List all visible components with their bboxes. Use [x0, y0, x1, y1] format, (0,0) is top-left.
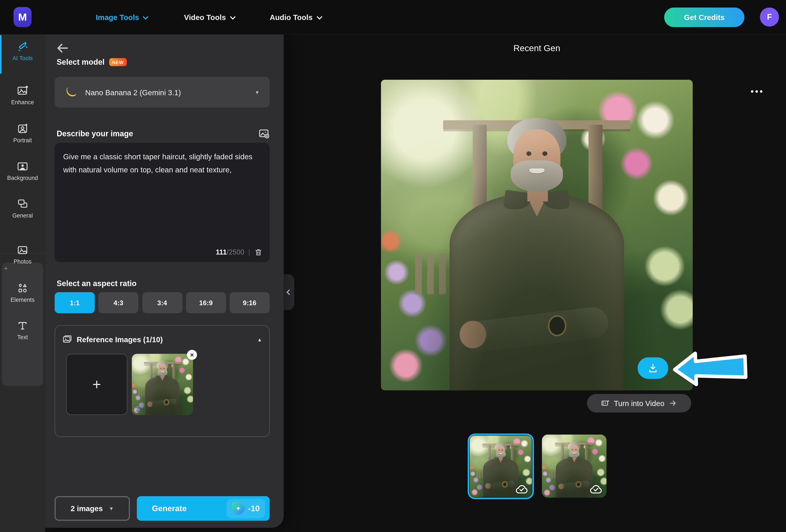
collapse-panel-handle[interactable]: [284, 274, 294, 310]
add-reference-image-button[interactable]: +: [66, 354, 127, 415]
turn-into-video-label: Turn into Video: [614, 399, 664, 408]
chevron-left-icon: [286, 289, 292, 295]
nav-audio-tools-label: Audio Tools: [270, 13, 313, 22]
sparkle-glyph: ✦: [236, 505, 241, 512]
aspect-option-3-4[interactable]: 3:4: [142, 292, 182, 313]
background-icon: [17, 160, 29, 172]
layers-icon: [17, 198, 29, 210]
model-select-dropdown[interactable]: Nano Banana 2 (Gemini 3.1) ▼: [54, 77, 270, 108]
caret-down-icon: ▼: [255, 89, 260, 95]
nav-image-tools[interactable]: Image Tools: [96, 0, 147, 34]
image-count-dropdown[interactable]: 2 images ▼: [54, 496, 130, 521]
get-credits-button[interactable]: Get Credits: [664, 7, 744, 27]
man-figure: [381, 80, 693, 391]
nav-image-tools-label: Image Tools: [96, 13, 139, 22]
sidebar-label: AI Tools: [12, 55, 33, 61]
generation-thumbnail-selected[interactable]: [468, 434, 534, 499]
sidebar-label: Portrait: [13, 137, 32, 143]
banana-icon: [65, 86, 78, 99]
reference-images-header: Reference Images (1/10) ▲: [62, 334, 262, 344]
tool-rail: AI Tools Enhance: [0, 34, 45, 532]
sidebar-label: Text: [17, 334, 28, 340]
generate-button[interactable]: Generate ✦ -10: [137, 496, 270, 521]
chevron-down-icon: [143, 14, 148, 19]
logo-letter: M: [18, 11, 27, 23]
aspect-option-4-3[interactable]: 4:3: [98, 292, 139, 313]
reference-images-icon: [62, 334, 72, 344]
aspect-ratio-label: Select an aspect ratio: [56, 279, 137, 288]
sidebar-item-text[interactable]: Text: [0, 320, 45, 341]
back-button[interactable]: [55, 41, 70, 56]
char-counter: 111/2500 |: [216, 248, 263, 257]
magic-wand-icon: [17, 41, 29, 53]
char-count: 111: [216, 248, 227, 256]
plus-icon: +: [92, 376, 101, 393]
select-model-label: Select model: [56, 57, 105, 67]
reference-image-number: 1: [136, 404, 140, 413]
sidebar-item-photos[interactable]: Photos: [0, 244, 45, 264]
select-model-row: Select model NEW: [56, 57, 126, 67]
aspect-option-1-1[interactable]: 1:1: [54, 292, 95, 313]
sidebar-item-ai-tools[interactable]: AI Tools: [0, 41, 45, 61]
generated-image-large[interactable]: [381, 80, 693, 391]
collapse-section-icon[interactable]: ▲: [257, 337, 262, 342]
sidebar-label: Background: [7, 175, 38, 181]
shapes-icon: [17, 282, 29, 294]
char-limit: /2500: [227, 248, 245, 256]
reference-image-thumbnail[interactable]: 1 ✕: [132, 354, 193, 415]
caret-down-icon: ▼: [109, 506, 114, 511]
sidebar-label: Enhance: [11, 99, 34, 105]
chevron-down-icon: [230, 14, 235, 19]
new-badge: NEW: [109, 58, 126, 66]
arrow-right-icon: [669, 399, 677, 408]
app-logo[interactable]: M: [14, 7, 31, 27]
counter-divider: |: [248, 248, 250, 256]
download-icon: [647, 363, 659, 374]
image-add-icon[interactable]: [258, 128, 270, 139]
sidebar-label: Elements: [10, 297, 34, 303]
cloud-saved-icon: [514, 483, 529, 494]
credit-cost-chip: ✦ -10: [227, 499, 265, 518]
prompt-text: Give me a classic short taper haircut, s…: [63, 150, 261, 177]
prompt-textarea[interactable]: Give me a classic short taper haircut, s…: [54, 143, 270, 262]
reference-images-section: Reference Images (1/10) ▲ +: [54, 325, 270, 437]
nav-video-tools[interactable]: Video Tools: [184, 0, 234, 34]
top-nav: M Image Tools Video Tools Audio Tools Ge…: [0, 0, 786, 34]
sidebar-item-general[interactable]: General: [0, 198, 45, 218]
describe-label: Describe your image: [56, 129, 133, 138]
image-count-label: 2 images: [71, 504, 103, 513]
turn-into-video-button[interactable]: Turn into Video: [587, 394, 691, 413]
reference-images-title: Reference Images (1/10): [77, 335, 163, 344]
trash-icon[interactable]: [254, 248, 263, 256]
enhance-icon: [17, 85, 29, 97]
settings-panel: Select model NEW Nano Banana 2 (Gemini 3…: [45, 34, 284, 528]
download-button[interactable]: [638, 357, 668, 379]
sidebar-item-enhance[interactable]: Enhance: [0, 85, 45, 105]
sidebar-item-elements[interactable]: Elements: [0, 282, 45, 303]
chevron-down-icon: [317, 14, 322, 19]
credit-icon: ✦: [232, 502, 245, 515]
garden-portrait-photo: [381, 80, 693, 391]
user-avatar[interactable]: F: [760, 7, 779, 27]
aspect-ratio-group: 1:1 4:3 3:4 16:9 9:16: [54, 292, 270, 313]
generate-cost: -10: [248, 504, 260, 513]
nav-video-tools-label: Video Tools: [184, 13, 226, 22]
aspect-option-9-16[interactable]: 9:16: [230, 292, 270, 313]
generate-label: Generate: [152, 504, 187, 513]
photos-icon: [17, 244, 29, 256]
cloud-saved-icon: [588, 483, 603, 494]
nav-audio-tools[interactable]: Audio Tools: [270, 0, 321, 34]
model-name: Nano Banana 2 (Gemini 3.1): [85, 88, 181, 96]
video-icon: [601, 399, 609, 408]
more-options-button[interactable]: [751, 90, 763, 93]
reference-tiles: + 1 ✕: [66, 354, 193, 415]
sidebar-item-background[interactable]: Background: [0, 160, 45, 181]
generation-thumbnail[interactable]: [542, 434, 606, 498]
page-title: Recent Gen: [381, 43, 693, 54]
text-icon: [17, 320, 29, 332]
aspect-option-16-9[interactable]: 16:9: [186, 292, 226, 313]
sidebar-item-portrait[interactable]: Portrait: [0, 123, 45, 143]
remove-reference-image-button[interactable]: ✕: [187, 350, 197, 360]
sidebar-label: General: [12, 213, 33, 218]
describe-row: Describe your image: [56, 128, 270, 139]
